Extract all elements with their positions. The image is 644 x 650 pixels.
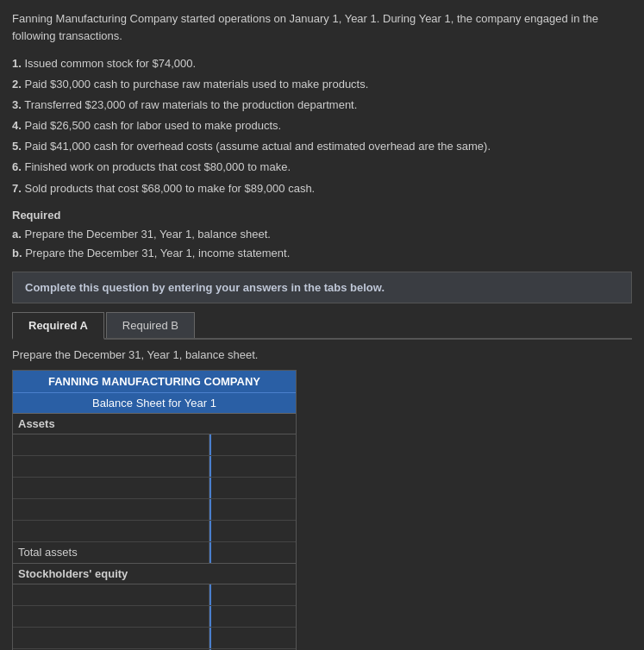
equity-row-3 [13,628,296,649]
required-items: a. Prepare the December 31, Year 1, bala… [12,225,632,263]
tabs-container: Required A Required B Prepare the Decemb… [12,312,632,650]
total-assets-label: Total assets [13,542,209,563]
total-assets-value[interactable] [209,542,296,563]
equity-row-2 [13,606,296,628]
asset-value-1[interactable] [209,434,296,455]
transaction-2: 2. Paid $30,000 cash to purchase raw mat… [12,75,632,94]
transaction-1: 1. Issued common stock for $74,000. [12,54,632,73]
asset-label-4[interactable] [13,499,209,520]
instruction-box: Complete this question by entering your … [12,272,632,303]
transaction-7: 7. Sold products that cost $68,000 to ma… [12,179,632,198]
transaction-5: 5. Paid $41,000 cash for overhead costs … [12,137,632,156]
asset-label-1[interactable] [13,434,209,455]
tab-a-content: Prepare the December 31, Year 1, balance… [12,340,632,650]
required-item-b: b. Prepare the December 31, Year 1, inco… [12,244,632,263]
required-section: Required a. Prepare the December 31, Yea… [12,209,632,263]
assets-label: Assets [13,414,296,434]
tabs-row: Required A Required B [12,312,632,340]
asset-row-4 [13,499,296,521]
balance-sheet-table: FANNING MANUFACTURING COMPANY Balance Sh… [12,370,297,650]
total-assets-row: Total assets [13,542,296,564]
equity-label-1[interactable] [13,584,209,605]
asset-label-3[interactable] [13,478,209,498]
sheet-title-header: Balance Sheet for Year 1 [13,393,296,414]
equity-row-1 [13,584,296,606]
required-item-a: a. Prepare the December 31, Year 1, bala… [12,225,632,244]
equity-label-3[interactable] [13,628,209,648]
transaction-3: 3. Transferred $23,000 of raw materials … [12,96,632,115]
asset-label-5[interactable] [13,521,209,541]
transaction-4: 4. Paid $26,500 cash for labor used to m… [12,116,632,135]
asset-value-2[interactable] [209,456,296,477]
transactions-list: 1. Issued common stock for $74,000. 2. P… [12,54,632,198]
asset-row-3 [13,478,296,499]
equity-value-3[interactable] [209,628,296,648]
transaction-6: 6. Finished work on products that cost $… [12,158,632,177]
required-label: Required [12,209,632,222]
equity-value-2[interactable] [209,606,296,627]
asset-row-5 [13,521,296,542]
asset-value-5[interactable] [209,521,296,541]
tab-required-b[interactable]: Required B [106,312,195,338]
equity-value-1[interactable] [209,584,296,605]
asset-row-1 [13,434,296,456]
equity-label: Stockholders' equity [13,564,296,584]
asset-value-4[interactable] [209,499,296,520]
asset-row-2 [13,456,296,478]
intro-text: Fanning Manufacturing Company started op… [12,10,632,44]
asset-label-2[interactable] [13,456,209,477]
tab-required-a[interactable]: Required A [12,312,104,340]
tab-a-instruction: Prepare the December 31, Year 1, balance… [12,348,632,361]
asset-value-3[interactable] [209,478,296,498]
equity-label-2[interactable] [13,606,209,627]
company-name-header: FANNING MANUFACTURING COMPANY [13,371,296,393]
